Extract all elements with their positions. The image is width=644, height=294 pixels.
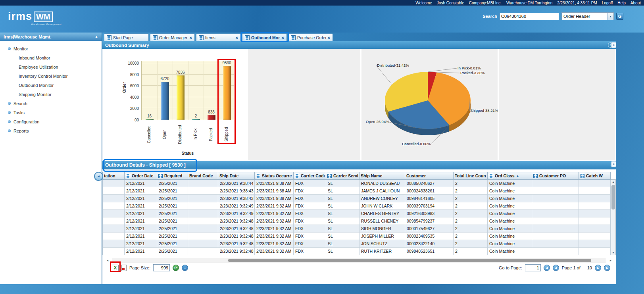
first-page-button[interactable]: ◀	[544, 265, 550, 271]
column-header-customer-po[interactable]: Customer PO	[532, 172, 579, 180]
horizontal-scroll-thumb[interactable]	[228, 259, 591, 262]
sidebar-item-search[interactable]: Search	[0, 99, 102, 108]
table-cell: FDX	[294, 187, 326, 195]
table-row[interactable]: 2/12/20212/25/20212/23/2021 9:38:44 AM2/…	[103, 180, 611, 187]
column-header-total-line-count[interactable]: Total Line Count	[454, 172, 488, 180]
column-header-order-date[interactable]: Order Date	[125, 172, 157, 180]
bar-shipped[interactable]	[223, 66, 231, 120]
tab-purchase-order[interactable]: Purchase Order...×	[288, 33, 333, 41]
vertical-scrollbar[interactable]: ▲ ▼	[611, 179, 616, 255]
sidebar-item-configuration[interactable]: Configuration	[0, 117, 102, 126]
bar-chart-gridline	[142, 97, 234, 97]
horizontal-scrollbar[interactable]: ◄ ►	[112, 258, 606, 263]
search-label: Search	[483, 14, 497, 19]
sidebar-item-label: Shipping Monitor	[19, 92, 52, 97]
table-cell: 000023409535	[405, 233, 454, 240]
table-cell: FDX	[294, 248, 326, 255]
tab-close-icon[interactable]: ×	[328, 35, 330, 40]
export-file-icon[interactable]	[121, 265, 127, 271]
table-row[interactable]: 2/12/20212/25/20212/23/2021 9:32:48 AM2/…	[103, 240, 611, 248]
chevron-down-icon[interactable]: ▼	[607, 13, 613, 20]
scroll-down-icon[interactable]: ▼	[612, 250, 615, 255]
column-label: Customer	[406, 173, 426, 178]
table-cell: 000023422140	[405, 240, 454, 248]
table-cell: 2/23/2021 9:38:44 AM	[218, 180, 255, 187]
sidebar-collapse-arrow-icon[interactable]: ▲	[95, 35, 98, 38]
table-cell	[103, 217, 125, 225]
table-cell: JON SCHUTZ	[359, 240, 405, 248]
goto-page-input[interactable]	[525, 264, 541, 271]
column-header-carrier-code[interactable]: Carrier Code	[294, 172, 326, 180]
column-header-ship-name[interactable]: Ship Name	[359, 172, 405, 180]
column-header-tation[interactable]: tation	[103, 172, 125, 180]
scroll-right-icon[interactable]: ►	[608, 258, 613, 263]
help-link[interactable]: Help	[617, 1, 626, 5]
collapse-summary-gutter-icon[interactable]: «	[611, 42, 616, 48]
collapse-sidebar-button[interactable]: ◄	[94, 172, 103, 181]
sidebar-item-employee-utilization[interactable]: Employee Utilization	[0, 62, 102, 71]
column-header-ship-date[interactable]: Ship Date	[218, 172, 255, 180]
table-row[interactable]: 2/12/20212/25/20212/23/2021 9:38:43 AM2/…	[103, 195, 611, 202]
bar-chart-gridline-vertical	[219, 61, 219, 120]
column-header-carrier-service[interactable]: Carrier Service	[326, 172, 359, 180]
collapse-details-gutter-icon[interactable]: «	[611, 161, 616, 167]
tab-outbound-monit[interactable]: Outbound Monit...×	[242, 33, 287, 41]
search-category-select[interactable]: Order Header ▼	[561, 12, 614, 20]
tab-start-page[interactable]: Start Page	[104, 33, 149, 41]
bar-cancelled[interactable]	[146, 119, 154, 120]
table-row[interactable]: 2/12/20212/25/20212/23/2021 9:32:48 AM2/…	[103, 233, 611, 240]
previous-page-button[interactable]: ◀	[553, 265, 559, 271]
about-link[interactable]: About	[631, 1, 641, 5]
sidebar-item-inbound-monitor[interactable]: Inbound Monitor	[0, 53, 102, 62]
page-total-label: 10	[587, 265, 592, 270]
bullet-icon	[8, 111, 11, 114]
table-row[interactable]: 2/12/20212/25/20212/23/2021 9:32:48 AM2/…	[103, 248, 611, 255]
table-cell: SL	[326, 180, 359, 187]
tab-order-manager[interactable]: Order Manager×	[150, 33, 195, 41]
pie-label-line	[376, 65, 392, 85]
tab-close-icon[interactable]: ×	[190, 35, 192, 40]
table-cell: 2/23/2021 9:32:48 AM	[218, 217, 255, 225]
table-cell: Coin Machine	[488, 217, 532, 225]
tab-icon	[199, 35, 204, 40]
bar-distributed[interactable]	[177, 75, 185, 120]
table-row[interactable]: 2/12/20212/25/20212/23/2021 9:32:48 AM2/…	[103, 217, 611, 225]
sidebar-item-monitor[interactable]: Monitor	[0, 44, 102, 53]
excel-export-icon[interactable]: X	[112, 265, 119, 271]
scroll-left-icon[interactable]: ◄	[105, 258, 110, 263]
sidebar-item-inventory-control-monitor[interactable]: Inventory Control Monitor	[0, 71, 102, 81]
sidebar-item-tasks[interactable]: Tasks	[0, 108, 102, 117]
column-header-customer[interactable]: Customer	[405, 172, 454, 180]
column-header-required[interactable]: Required	[157, 172, 188, 180]
search-go-button[interactable]: G	[616, 13, 623, 20]
bar-packed[interactable]	[208, 115, 215, 120]
column-header-catch-w[interactable]: Catch W	[579, 172, 611, 180]
table-cell: 2	[454, 210, 488, 217]
bar-chart-y-tick-label: 2000	[124, 106, 139, 111]
column-header-status-occurred[interactable]: Status Occurred	[255, 172, 294, 180]
table-row[interactable]: 2/12/20212/25/20212/23/2021 9:32:49 AM2/…	[103, 202, 611, 210]
table-row[interactable]: 2/12/20212/25/20212/23/2021 9:32:48 AM2/…	[103, 225, 611, 233]
next-page-button[interactable]: ▶	[595, 265, 601, 271]
bar-in-pick[interactable]	[192, 119, 200, 120]
logoff-link[interactable]: Logoff	[602, 1, 613, 5]
sidebar-item-reports[interactable]: Reports	[0, 126, 102, 135]
tab-close-icon[interactable]: ×	[282, 35, 284, 40]
search-input[interactable]	[500, 13, 559, 20]
scroll-up-icon[interactable]: ▲	[612, 180, 615, 184]
last-page-button[interactable]: ▶	[604, 265, 610, 271]
bar-open[interactable]	[161, 82, 169, 120]
page-size-input[interactable]	[153, 264, 170, 271]
tab-items[interactable]: Items×	[196, 33, 241, 41]
sidebar-item-shipping-monitor[interactable]: Shipping Monitor	[0, 90, 102, 99]
table-row[interactable]: 2/12/20212/25/20212/23/2021 9:32:49 AM2/…	[103, 210, 611, 217]
sidebar-item-outbound-monitor[interactable]: Outbound Monitor	[0, 81, 102, 90]
table-cell	[579, 187, 611, 195]
tab-close-icon[interactable]: ×	[236, 35, 238, 40]
pan-button[interactable]: +	[182, 265, 188, 271]
vertical-scroll-thumb[interactable]	[611, 185, 615, 209]
refresh-button[interactable]: ⟳	[173, 265, 179, 271]
column-header-ord-class[interactable]: Ord Class▲	[488, 172, 532, 180]
column-header-brand-code[interactable]: Brand Code	[188, 172, 218, 180]
table-row[interactable]: 2/12/20212/25/20212/23/2021 9:38:43 AM2/…	[103, 187, 611, 195]
